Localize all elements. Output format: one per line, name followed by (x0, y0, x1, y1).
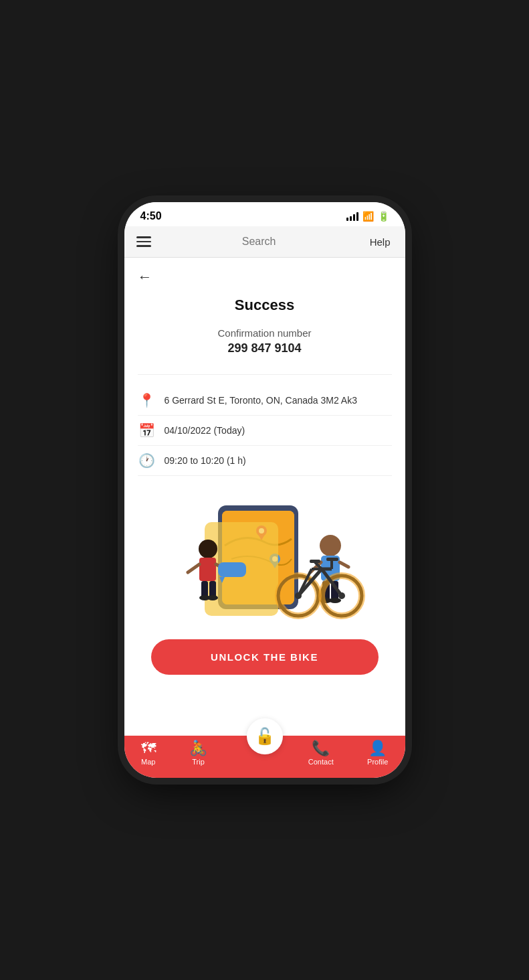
svg-point-10 (199, 540, 217, 558)
profile-nav-icon: 👤 (368, 741, 387, 756)
confirmation-number: 299 847 9104 (138, 341, 392, 355)
illustration-area (138, 492, 392, 626)
info-section: 📍 6 Gerrard St E, Toronto, ON, Canada 3M… (138, 374, 392, 476)
signal-icon (346, 212, 358, 221)
menu-button[interactable] (134, 234, 154, 250)
time-row: 🕐 09:20 to 10:20 (1 h) (138, 446, 392, 476)
menu-line-3 (136, 245, 151, 247)
menu-line-2 (136, 241, 151, 243)
main-content: ← Success Confirmation number 299 847 91… (124, 258, 405, 736)
svg-point-15 (207, 595, 218, 600)
map-nav-icon: 🗺 (141, 741, 156, 756)
nav-map-label: Map (141, 758, 155, 766)
trip-nav-icon: 🚴 (189, 741, 207, 756)
svg-point-20 (320, 535, 341, 556)
status-icons: 📶 🔋 (346, 211, 389, 222)
nav-item-contact[interactable]: 📞 Contact (302, 741, 340, 766)
wifi-icon: 📶 (362, 211, 374, 222)
battery-icon: 🔋 (378, 211, 389, 222)
nav-item-map[interactable]: 🗺 Map (134, 741, 163, 766)
nav-item-profile[interactable]: 👤 Profile (360, 741, 395, 766)
svg-point-25 (329, 598, 341, 603)
phone-frame: 4:50 📶 🔋 Help ← Success Confirmation num… (124, 202, 405, 778)
svg-line-16 (188, 564, 199, 572)
calendar-icon: 📅 (138, 422, 156, 438)
page-title: Success (138, 297, 392, 314)
svg-rect-11 (199, 558, 216, 581)
svg-rect-40 (310, 560, 320, 563)
confirmation-label: Confirmation number (138, 327, 392, 339)
nav-profile-label: Profile (367, 758, 388, 766)
status-time: 4:50 (140, 210, 162, 222)
back-button[interactable]: ← (138, 258, 152, 291)
date-row: 📅 04/10/2022 (Today) (138, 416, 392, 446)
contact-nav-icon: 📞 (312, 741, 330, 756)
nav-trip-label: Trip (192, 758, 205, 766)
location-icon: 📍 (138, 392, 156, 408)
nav-item-trip[interactable]: 🚴 Trip (183, 741, 214, 766)
clock-icon: 🕐 (138, 453, 156, 469)
search-input[interactable] (161, 232, 358, 252)
unlock-bike-button[interactable]: UNLOCK THE BIKE (151, 639, 379, 675)
svg-line-27 (340, 562, 348, 567)
status-bar: 4:50 📶 🔋 (124, 202, 405, 226)
time-text: 09:20 to 10:20 (1 h) (165, 455, 246, 466)
menu-line-1 (136, 236, 151, 238)
date-text: 04/10/2022 (Today) (165, 425, 245, 436)
lock-fab-button[interactable]: 🔓 (247, 718, 283, 754)
header: Help (124, 226, 405, 258)
illustration-svg (158, 492, 372, 626)
help-button[interactable]: Help (364, 234, 396, 250)
svg-rect-18 (218, 562, 246, 577)
unlock-icon: 🔓 (255, 727, 275, 746)
address-text: 6 Gerrard St E, Toronto, ON, Canada 3M2 … (165, 395, 357, 406)
bottom-nav: 🔓 🗺 Map 🚴 Trip 📞 Contact 👤 Profile (124, 736, 405, 778)
address-row: 📍 6 Gerrard St E, Toronto, ON, Canada 3M… (138, 386, 392, 416)
svg-rect-42 (326, 558, 338, 561)
nav-contact-label: Contact (308, 758, 334, 766)
